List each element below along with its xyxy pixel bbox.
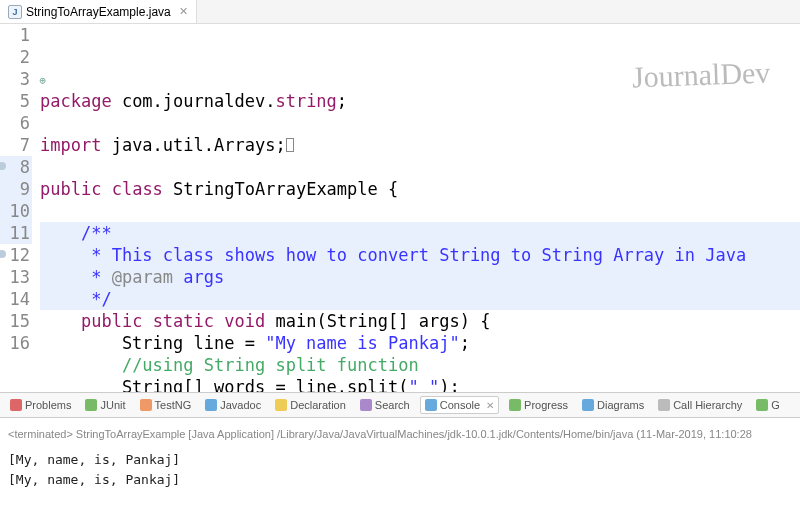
line-number: 10 (0, 200, 32, 222)
panel-tab-label: Progress (524, 399, 568, 411)
panel-tab-label: Console (440, 399, 480, 411)
panel-tab-console[interactable]: Console✕ (420, 396, 499, 414)
code-line[interactable] (40, 112, 800, 134)
code-line[interactable]: /** (40, 222, 800, 244)
diagrams-icon (582, 399, 594, 411)
testng-icon (140, 399, 152, 411)
console-icon (425, 399, 437, 411)
panel-tab-label: G (771, 399, 780, 411)
editor-tab-bar: J StringToArrayExample.java ✕ (0, 0, 800, 24)
line-number: 8 (0, 156, 32, 178)
progress-icon (509, 399, 521, 411)
line-number: 15 (0, 310, 32, 332)
line-number: 9 (0, 178, 32, 200)
gutter-marker-icon (0, 162, 6, 170)
console-line: [My, name, is, Pankaj] (8, 450, 792, 470)
collapsed-region-icon[interactable] (286, 138, 294, 152)
watermark-text: JournalDev (631, 62, 770, 89)
line-number: 7 (0, 134, 32, 156)
console-output: [My, name, is, Pankaj][My, name, is, Pan… (8, 450, 792, 490)
g-icon (756, 399, 768, 411)
panel-tab-search[interactable]: Search (356, 397, 414, 413)
panel-tab-label: JUnit (100, 399, 125, 411)
line-number: 5 (0, 90, 32, 112)
panel-tab-label: Problems (25, 399, 71, 411)
line-number: 13 (0, 266, 32, 288)
code-line[interactable]: String line = "My name is Pankaj"; (40, 332, 800, 354)
close-icon[interactable]: ✕ (179, 5, 188, 18)
javadoc-icon (205, 399, 217, 411)
java-file-icon: J (8, 5, 22, 19)
line-number: 2 (0, 46, 32, 68)
problems-icon (10, 399, 22, 411)
line-number: 1 (0, 24, 32, 46)
panel-tab-label: Javadoc (220, 399, 261, 411)
code-line[interactable] (40, 200, 800, 222)
code-line[interactable]: * This class shows how to convert String… (40, 244, 800, 266)
code-line[interactable]: String[] words = line.split(" "); (40, 376, 800, 392)
panel-tab-label: Declaration (290, 399, 346, 411)
panel-tab-g[interactable]: G (752, 397, 784, 413)
search-icon (360, 399, 372, 411)
panel-tab-label: Diagrams (597, 399, 644, 411)
code-line[interactable]: package com.journaldev.string; (40, 90, 800, 112)
editor-tab-label: StringToArrayExample.java (26, 5, 171, 19)
code-line[interactable]: * @param args (40, 266, 800, 288)
panel-tab-label: Search (375, 399, 410, 411)
code-editor[interactable]: 123⊕5678910111213141516 JournalDev packa… (0, 24, 800, 392)
panel-tab-testng[interactable]: TestNG (136, 397, 196, 413)
panel-tab-problems[interactable]: Problems (6, 397, 75, 413)
panel-tab-declaration[interactable]: Declaration (271, 397, 350, 413)
call hierarchy-icon (658, 399, 670, 411)
console-line: [My, name, is, Pankaj] (8, 470, 792, 490)
panel-tab-bar: ProblemsJUnitTestNGJavadocDeclarationSea… (0, 392, 800, 418)
code-line[interactable]: import java.util.Arrays; (40, 134, 800, 156)
console-header: <terminated> StringToArrayExample [Java … (8, 424, 792, 444)
panel-tab-label: Call Hierarchy (673, 399, 742, 411)
code-line[interactable]: public class StringToArrayExample { (40, 178, 800, 200)
line-number-gutter: 123⊕5678910111213141516 (0, 24, 34, 392)
panel-tab-junit[interactable]: JUnit (81, 397, 129, 413)
declaration-icon (275, 399, 287, 411)
gutter-marker-icon (0, 250, 6, 258)
junit-icon (85, 399, 97, 411)
line-number: 14 (0, 288, 32, 310)
panel-tab-progress[interactable]: Progress (505, 397, 572, 413)
code-line[interactable]: //using String split function (40, 354, 800, 376)
panel-tab-javadoc[interactable]: Javadoc (201, 397, 265, 413)
editor-tab[interactable]: J StringToArrayExample.java ✕ (0, 0, 197, 23)
line-number: 11 (0, 222, 32, 244)
code-line[interactable]: */ (40, 288, 800, 310)
panel-tab-call-hierarchy[interactable]: Call Hierarchy (654, 397, 746, 413)
code-line[interactable]: public static void main(String[] args) { (40, 310, 800, 332)
code-area[interactable]: JournalDev package com.journaldev.string… (34, 24, 800, 392)
console-panel: <terminated> StringToArrayExample [Java … (0, 418, 800, 496)
code-line[interactable] (40, 156, 800, 178)
line-number: 3⊕ (0, 68, 32, 90)
line-number: 12 (0, 244, 32, 266)
close-icon[interactable]: ✕ (486, 400, 494, 411)
line-number: 16 (0, 332, 32, 354)
panel-tab-diagrams[interactable]: Diagrams (578, 397, 648, 413)
panel-tab-label: TestNG (155, 399, 192, 411)
line-number: 6 (0, 112, 32, 134)
